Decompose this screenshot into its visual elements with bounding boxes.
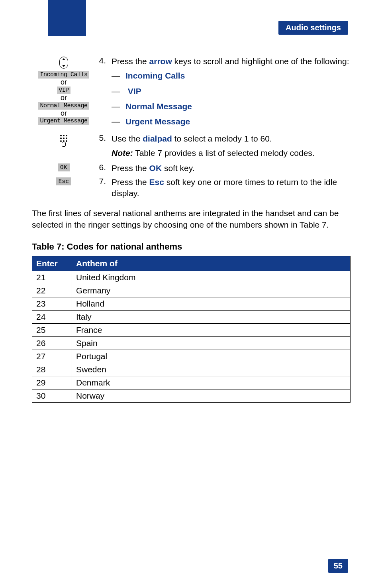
col-header-anthem: Anthem of bbox=[72, 256, 351, 271]
option-vip: VIP bbox=[128, 87, 141, 96]
step-number: 4. bbox=[96, 56, 112, 65]
table-row: 28Sweden bbox=[32, 363, 351, 376]
anthem-codes-table: Enter Anthem of 21United Kingdom22German… bbox=[32, 256, 351, 403]
anthem-cell: Denmark bbox=[72, 376, 351, 389]
side-stripe bbox=[48, 0, 86, 36]
step-text: keys to scroll and highlight one of the … bbox=[172, 57, 349, 66]
note-text: Table 7 provides a list of selected melo… bbox=[133, 148, 315, 157]
or-text: or bbox=[61, 110, 67, 118]
menu-label-normal: Normal Message bbox=[38, 102, 89, 110]
table-row: 24Italy bbox=[32, 311, 351, 324]
arrow-keyword: arrow bbox=[149, 57, 172, 66]
anthem-cell: United Kingdom bbox=[72, 271, 351, 284]
anthem-cell: Sweden bbox=[72, 363, 351, 376]
code-cell: 25 bbox=[32, 324, 72, 337]
anthem-cell: Spain bbox=[72, 337, 351, 350]
table-row: 30Norway bbox=[32, 389, 351, 403]
anthem-cell: Italy bbox=[72, 311, 351, 324]
code-cell: 27 bbox=[32, 350, 72, 363]
step-7: Esc 7. Press the Esc soft key one or mor… bbox=[32, 177, 351, 199]
step-text: to select a melody 1 to 60. bbox=[172, 134, 272, 143]
arrow-keys-icon bbox=[59, 57, 68, 69]
option-list: Incoming Calls VIP Normal Message Urgent… bbox=[112, 70, 351, 127]
anthem-cell: France bbox=[72, 324, 351, 337]
table-header-row: Enter Anthem of bbox=[32, 256, 351, 271]
esc-keyword: Esc bbox=[149, 177, 164, 187]
table-row: 26Spain bbox=[32, 337, 351, 350]
table-row: 27Portugal bbox=[32, 350, 351, 363]
option-normal: Normal Message bbox=[125, 102, 192, 111]
step-6: OK 6. Press the OK soft key. bbox=[32, 163, 351, 174]
ok-keyword: OK bbox=[149, 163, 162, 173]
step-number: 7. bbox=[96, 177, 112, 186]
code-cell: 24 bbox=[32, 311, 72, 324]
anthem-cell: Germany bbox=[72, 284, 351, 297]
code-cell: 28 bbox=[32, 363, 72, 376]
table-row: 22Germany bbox=[32, 284, 351, 297]
body-paragraph: The first lines of several national anth… bbox=[32, 208, 351, 230]
code-cell: 21 bbox=[32, 271, 72, 284]
anthem-cell: Portugal bbox=[72, 350, 351, 363]
step-5: 5. Use the dialpad to select a melody 1 … bbox=[32, 133, 351, 159]
step-text: Press the bbox=[112, 163, 149, 173]
anthem-cell: Norway bbox=[72, 389, 351, 403]
step-text: Press the bbox=[112, 177, 149, 187]
menu-label-incoming: Incoming Calls bbox=[38, 71, 89, 79]
anthem-cell: Holland bbox=[72, 297, 351, 311]
code-cell: 22 bbox=[32, 284, 72, 297]
table-row: 25France bbox=[32, 324, 351, 337]
code-cell: 30 bbox=[32, 389, 72, 403]
ok-softkey-icon: OK bbox=[58, 163, 70, 171]
option-urgent: Urgent Message bbox=[125, 117, 190, 126]
table-row: 23Holland bbox=[32, 297, 351, 311]
menu-label-vip: VIP bbox=[57, 87, 71, 94]
code-cell: 23 bbox=[32, 297, 72, 311]
step-text: Use the bbox=[112, 134, 143, 143]
col-header-enter: Enter bbox=[32, 256, 72, 271]
step-text: Press the bbox=[112, 57, 149, 66]
table-row: 29Denmark bbox=[32, 376, 351, 389]
option-incoming: Incoming Calls bbox=[125, 71, 185, 80]
note-label: Note: bbox=[112, 148, 133, 157]
esc-softkey-icon: Esc bbox=[56, 177, 72, 185]
dialpad-keyword: dialpad bbox=[143, 134, 172, 143]
table-row: 21United Kingdom bbox=[32, 271, 351, 284]
code-cell: 26 bbox=[32, 337, 72, 350]
step-text: soft key. bbox=[162, 163, 194, 173]
dialpad-icon bbox=[59, 135, 69, 147]
table-caption: Table 7: Codes for national anthems bbox=[32, 242, 351, 252]
step-number: 6. bbox=[96, 163, 112, 172]
or-text: or bbox=[61, 79, 67, 87]
code-cell: 29 bbox=[32, 376, 72, 389]
step-number: 5. bbox=[96, 133, 112, 143]
section-header: Audio settings bbox=[278, 21, 348, 35]
or-text: or bbox=[61, 94, 67, 102]
page-number: 55 bbox=[328, 559, 348, 573]
step-4: Incoming Calls or VIP or Normal Message … bbox=[32, 56, 351, 132]
menu-label-urgent: Urgent Message bbox=[38, 117, 89, 125]
